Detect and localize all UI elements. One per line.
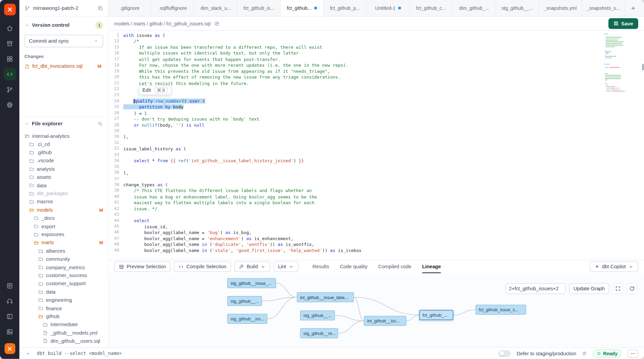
- code-line[interactable]: 32issue_label_history as (: [108, 146, 644, 152]
- tree-item-alliances[interactable]: alliances: [19, 247, 108, 255]
- code-line[interactable]: 47 boolor_agg(label_name = 'enhancement'…: [108, 235, 644, 241]
- tree-item-dim_github__users.sql[interactable]: dim_github__users.sql: [19, 337, 108, 345]
- save-button[interactable]: Save: [608, 18, 638, 29]
- panel-tab-code-quality[interactable]: Code quality: [340, 260, 368, 273]
- editor-tab[interactable]: .sqlfluffignore: [151, 0, 194, 16]
- panel-tab-results[interactable]: Results: [313, 260, 329, 273]
- refresh-graph-button[interactable]: [627, 283, 638, 294]
- code-line[interactable]: 27 -- don't try deduping issues with no …: [108, 116, 644, 122]
- code-line[interactable]: 41 easiest way to flatten multiple label…: [108, 199, 644, 206]
- editor-tab[interactable]: .gitignore: [108, 0, 151, 16]
- changed-file[interactable]: fct_dbt_invocations.sqlM: [24, 62, 103, 70]
- tree-item-internal-analytics[interactable]: internal-analytics: [19, 132, 108, 140]
- code-line[interactable]: 18 For now, choose the one with more rec…: [108, 62, 644, 68]
- code-line[interactable]: 24 qualify row_number() over (: [108, 98, 644, 104]
- tree-item-_github__models.yml[interactable]: _github__models.yml: [19, 329, 108, 337]
- panel-tab-lineage[interactable]: Lineage: [422, 260, 441, 273]
- code-line[interactable]: 39 /* This CTE flattens the different is…: [108, 188, 644, 194]
- code-line[interactable]: 19 While this prevents the old issue fro…: [108, 68, 644, 74]
- editor-scrollbar[interactable]: [642, 30, 644, 259]
- org-avatar[interactable]: [4, 343, 15, 354]
- lineage-node[interactable]: int_github__iss...: [364, 316, 406, 326]
- editor-tab[interactable]: _snapshots.yml: [539, 0, 582, 16]
- tree-item-github[interactable]: github: [19, 312, 108, 320]
- editor-tab[interactable]: fct_github_c...: [410, 0, 453, 16]
- copy-branch-icon[interactable]: [97, 5, 103, 11]
- dashboard-icon[interactable]: [3, 52, 16, 65]
- lineage-node[interactable]: fct_github_...: [419, 310, 453, 320]
- tree-item-community[interactable]: community: [19, 255, 108, 263]
- develop-icon[interactable]: [3, 68, 16, 80]
- lint-button[interactable]: Lint: [274, 261, 299, 272]
- notebook-icon[interactable]: [3, 279, 16, 292]
- code-line[interactable]: 37: [108, 176, 644, 182]
- branch-name[interactable]: mirnawong1-patch-2: [33, 5, 94, 11]
- command-input[interactable]: dbt build --select <model_name>: [37, 351, 122, 356]
- expand-panel-icon[interactable]: [25, 351, 31, 356]
- editor-tab[interactable]: _snapshots_s...: [582, 0, 625, 16]
- fullscreen-button[interactable]: [613, 283, 623, 294]
- tree-item-dbt_packages[interactable]: dbt_packages: [19, 189, 108, 197]
- tree-item-_docs[interactable]: _docs: [19, 214, 108, 222]
- code-line[interactable]: 30),: [108, 134, 644, 140]
- lineage-node[interactable]: stg_github__...: [227, 296, 262, 306]
- tree-item-customer_success[interactable]: customer_success: [19, 271, 108, 279]
- tree-item-engineering[interactable]: engineering: [19, 296, 108, 304]
- lineage-node[interactable]: int_github__issue_labe...: [297, 292, 354, 302]
- code-line[interactable]: 26 ) = 1: [108, 110, 644, 116]
- commit-and-sync-button[interactable]: Commit and sync: [24, 35, 103, 47]
- update-graph-button[interactable]: Update Graph: [569, 283, 609, 294]
- scrollbar-thumb[interactable]: [642, 64, 644, 70]
- lineage-selector-input[interactable]: [505, 283, 565, 294]
- help-icon[interactable]: [582, 351, 587, 356]
- code-line[interactable]: 22: [108, 86, 644, 92]
- tree-item-finance[interactable]: finance: [19, 304, 108, 312]
- code-line[interactable]: 49 boolor_agg(label_name in ('stale', 'g…: [108, 248, 644, 254]
- panel-tab-compiled-code[interactable]: Compiled code: [378, 260, 411, 273]
- tree-item-.vscode[interactable]: .vscode: [19, 157, 108, 165]
- tree-item-customer_support[interactable]: customer_support: [19, 280, 108, 288]
- edit-popup[interactable]: Edit ⌘ B: [138, 86, 171, 95]
- code-line[interactable]: 42 issue. */: [108, 206, 644, 212]
- editor-tab[interactable]: stg_github__...: [496, 0, 539, 16]
- tree-item-models[interactable]: modelsM: [19, 206, 108, 214]
- lineage-node[interactable]: stg_github__iss...: [227, 314, 267, 324]
- minimap[interactable]: [604, 33, 642, 92]
- code-line[interactable]: 35: [108, 164, 644, 170]
- more-options-button[interactable]: [627, 349, 638, 357]
- tree-item-macros[interactable]: macros: [19, 198, 108, 206]
- file-explorer-header[interactable]: File explorer: [19, 117, 108, 130]
- code-line[interactable]: 16 multiple issues with identical body t…: [108, 50, 644, 56]
- editor-tab[interactable]: fct_github_p...: [324, 0, 367, 16]
- code-line[interactable]: 33: [108, 152, 644, 158]
- version-control-header[interactable]: Version control 1: [24, 22, 103, 29]
- lineage-node[interactable]: stg_github__...: [300, 311, 335, 320]
- tree-item-exposures[interactable]: exposures: [19, 230, 108, 238]
- lineage-node[interactable]: stg_github__re...: [300, 328, 338, 338]
- defer-toggle[interactable]: [498, 350, 511, 357]
- layout-icon[interactable]: [3, 310, 16, 323]
- code-line[interactable]: 43: [108, 212, 644, 218]
- code-line[interactable]: 29: [108, 128, 644, 134]
- code-line[interactable]: 17 will get updates for events that happ…: [108, 56, 644, 62]
- code-line[interactable]: 15 If an issue has been transferred to a…: [108, 44, 644, 50]
- lineage-node[interactable]: fct_github_issue_s...: [476, 305, 526, 315]
- code-line[interactable]: 1with issues as (: [108, 32, 644, 38]
- tree-item-analysis[interactable]: analysis: [19, 165, 108, 173]
- edit-popup-label[interactable]: Edit: [142, 87, 151, 93]
- projects-icon[interactable]: [3, 37, 16, 50]
- tree-item-export[interactable]: export: [19, 222, 108, 230]
- docs-icon[interactable]: [3, 99, 16, 111]
- dbt-logo[interactable]: [4, 4, 16, 15]
- code-line[interactable]: 31: [108, 140, 644, 146]
- tree-item-assets[interactable]: assets: [19, 173, 108, 181]
- code-line[interactable]: 13 /*: [108, 38, 644, 44]
- new-tab-button[interactable]: [625, 0, 642, 16]
- editor-tab[interactable]: dim_github_...: [453, 0, 496, 16]
- tree-item-marts[interactable]: martsM: [19, 239, 108, 247]
- dbt-copilot-button[interactable]: dbt Copilot: [589, 261, 638, 272]
- code-line[interactable]: 23: [108, 92, 644, 98]
- code-line[interactable]: 21 Let's revisit this modeling in the fu…: [108, 80, 644, 86]
- tree-item-company_metrics[interactable]: company_metrics: [19, 263, 108, 271]
- copy-link-icon[interactable]: [214, 21, 220, 26]
